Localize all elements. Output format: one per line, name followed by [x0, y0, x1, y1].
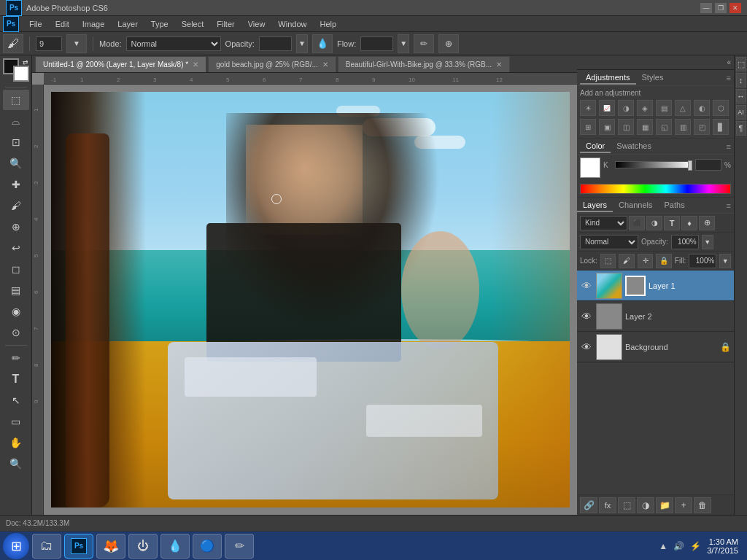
menu-help[interactable]: Help [314, 18, 342, 30]
adjustments-tab[interactable]: Adjustments [580, 71, 636, 85]
layer-item-1[interactable]: 👁 Layer 1 [577, 271, 734, 301]
taskbar-power[interactable]: ⏻ [128, 534, 158, 559]
window-controls[interactable]: — ❐ ✕ [700, 3, 741, 13]
tab-beautiful-girl-close[interactable]: ✕ [496, 61, 502, 69]
lock-move-btn[interactable]: ✛ [638, 254, 653, 268]
dodge-tool[interactable]: ⊙ [3, 322, 29, 343]
menu-layer[interactable]: Layer [112, 18, 144, 30]
history-tool[interactable]: ↩ [3, 238, 29, 258]
brush-tool-option[interactable]: 🖌 [3, 34, 23, 53]
lock-transparent-btn[interactable]: ⬚ [600, 254, 616, 268]
taskbar-explorer[interactable]: 🗂 [32, 534, 61, 559]
switch-colors-icon[interactable]: ⇄ [23, 58, 28, 66]
clone-tool[interactable]: ⊕ [3, 217, 29, 237]
hand-tool[interactable]: ✋ [3, 432, 29, 453]
shape-tool[interactable]: ▭ [3, 411, 29, 432]
background-color[interactable] [13, 66, 29, 82]
adj-colorbalance[interactable]: △ [675, 100, 691, 116]
adj-gradient-map[interactable]: ▥ [675, 119, 691, 135]
menu-image[interactable]: Image [77, 18, 111, 30]
adj-selective-color[interactable]: ◰ [694, 119, 710, 135]
brush-picker-button[interactable]: ▼ [66, 34, 87, 53]
edge-btn-4[interactable]: AI [736, 105, 746, 120]
taskbar-pencil[interactable]: ✏ [225, 534, 254, 559]
text-tool[interactable]: T [3, 369, 29, 389]
lock-all-btn[interactable]: 🔒 [656, 254, 671, 268]
layer-1-visibility[interactable]: 👁 [580, 279, 593, 292]
mode-select[interactable]: Normal Multiply Screen Overlay [126, 36, 221, 51]
layer-item-background[interactable]: 👁 Background 🔒 [577, 332, 734, 362]
layer-fx-btn[interactable]: fx [599, 497, 616, 513]
layer-item-2[interactable]: 👁 Layer 2 [577, 301, 734, 332]
add-mask-btn[interactable]: ⬚ [618, 497, 635, 513]
adj-curves[interactable]: 📈 [599, 100, 615, 116]
adjustment-layer-btn[interactable]: ◑ [637, 497, 654, 513]
filter-type-btn[interactable]: T [664, 216, 680, 230]
channels-tab[interactable]: Channels [613, 199, 658, 212]
add-group-btn[interactable]: 📁 [656, 497, 673, 513]
marquee-tool[interactable]: ⬚ [3, 90, 29, 110]
menu-filter[interactable]: Filter [211, 18, 240, 30]
opacity-arrow[interactable]: ▼ [296, 34, 308, 53]
taskbar-photoshop[interactable]: Ps [64, 534, 93, 559]
opacity-input[interactable]: 100% [259, 36, 292, 51]
start-button[interactable]: ⊞ [3, 533, 29, 559]
adj-levels[interactable]: ▊ [713, 119, 729, 135]
adjustments-options[interactable]: ≡ [727, 74, 731, 82]
canvas-content[interactable] [44, 85, 577, 515]
menu-edit[interactable]: Edit [50, 18, 75, 30]
color-spectrum[interactable] [580, 184, 731, 194]
adj-vibrance[interactable]: ◈ [637, 100, 653, 116]
lock-paint-btn[interactable]: 🖌 [619, 254, 634, 268]
gradient-tool[interactable]: ▤ [3, 280, 29, 300]
blend-mode-select[interactable]: Normal [580, 235, 638, 249]
eraser-tool[interactable]: ◻ [3, 259, 29, 279]
filter-adjustment-btn[interactable]: ◑ [646, 216, 662, 230]
edge-btn-5[interactable]: ¶ [736, 121, 746, 136]
menu-select[interactable]: Select [176, 18, 210, 30]
opacity-dropdown[interactable]: ▼ [702, 235, 713, 249]
path-select-tool[interactable]: ↖ [3, 390, 29, 411]
taskbar-dropbox[interactable]: 💧 [160, 534, 190, 559]
color-tab[interactable]: Color [580, 140, 611, 153]
taskbar-chrome[interactable]: 🔵 [193, 534, 222, 559]
adj-exposure[interactable]: ◑ [618, 100, 634, 116]
menu-view[interactable]: View [242, 18, 271, 30]
eyedropper-tool[interactable]: 🔍 [3, 153, 29, 174]
layers-options[interactable]: ≡ [727, 201, 734, 210]
taskbar-battery-icon[interactable]: ⚡ [690, 541, 701, 551]
link-layers-btn[interactable]: 🔗 [580, 497, 597, 513]
swatches-tab[interactable]: Swatches [611, 140, 657, 153]
tab-untitled-close[interactable]: ✕ [193, 61, 198, 69]
adj-invert[interactable]: ◫ [618, 119, 634, 135]
tab-beautiful-girl[interactable]: Beautiful-Girl-With-Bike.jpg @ 33.3% (RG… [338, 56, 510, 72]
k-value-input[interactable]: 0 [695, 159, 721, 171]
color-options[interactable]: ≡ [727, 142, 731, 151]
paths-tab[interactable]: Paths [659, 199, 691, 212]
tab-untitled[interactable]: Untitled-1 @ 200% (Layer 1, Layer Mask/8… [35, 56, 206, 72]
filter-smart-btn[interactable]: ⊕ [699, 216, 715, 230]
k-slider[interactable] [615, 161, 692, 168]
brush-tool[interactable]: 🖌 [3, 195, 29, 216]
delete-layer-btn[interactable]: 🗑 [694, 497, 711, 513]
adj-threshold[interactable]: ◱ [656, 119, 672, 135]
clone-source-btn[interactable]: ⊕ [438, 34, 459, 53]
styles-tab[interactable]: Styles [636, 71, 670, 85]
minimize-button[interactable]: — [700, 3, 712, 13]
crop-tool[interactable]: ⊡ [3, 132, 29, 152]
flow-arrow[interactable]: ▼ [398, 34, 409, 53]
adj-posterize[interactable]: ▦ [637, 119, 653, 135]
tab-gold-beach-close[interactable]: ✕ [322, 61, 328, 69]
menu-window[interactable]: Window [272, 18, 312, 30]
healing-tool[interactable]: ✚ [3, 174, 29, 195]
layers-tab[interactable]: Layers [577, 199, 613, 212]
edge-btn-3[interactable]: ↔ [736, 89, 746, 104]
restore-button[interactable]: ❐ [715, 3, 727, 13]
blur-tool[interactable]: ◉ [3, 301, 29, 322]
adj-photofilter[interactable]: ⬡ [713, 100, 729, 116]
adj-brightness[interactable]: ☀ [580, 100, 596, 116]
adj-bw[interactable]: ◐ [694, 100, 710, 116]
fill-dropdown[interactable]: ▼ [719, 254, 731, 268]
adj-channelmixer[interactable]: ⊞ [580, 119, 596, 135]
panel-expand-btn[interactable]: « [727, 58, 731, 66]
